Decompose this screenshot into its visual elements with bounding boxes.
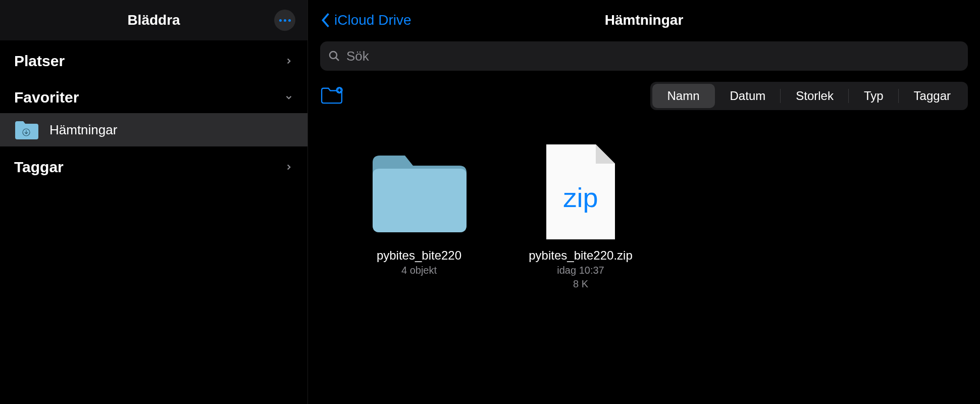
file-name: pybites_bite220.zip (529, 248, 632, 263)
more-dots-icon (288, 19, 291, 22)
search-bar[interactable] (320, 41, 968, 71)
chevron-left-icon (320, 12, 331, 29)
chevron-right-icon (284, 57, 293, 66)
zip-file-item[interactable]: zip pybites_bite220.zip idag 10:37 8 K (520, 141, 641, 290)
page-title: Hämtningar (605, 12, 684, 28)
folder-icon (369, 141, 470, 242)
svg-point-1 (330, 52, 337, 59)
svg-text:zip: zip (563, 182, 598, 213)
file-name: pybites_bite220 (377, 248, 461, 263)
back-button[interactable]: iCloud Drive (320, 12, 411, 29)
downloads-folder-icon (14, 120, 38, 139)
section-favorites[interactable]: Favoriter (0, 77, 307, 113)
section-places[interactable]: Platser (0, 40, 307, 77)
sort-tab-date[interactable]: Datum (715, 84, 781, 108)
items-grid: pybites_bite220 4 objekt zip pybites_bit… (308, 121, 980, 310)
sidebar-header: Bläddra (0, 0, 307, 40)
back-label: iCloud Drive (334, 12, 411, 28)
file-meta: idag 10:37 (557, 265, 604, 276)
folder-item[interactable]: pybites_bite220 4 objekt (358, 141, 480, 290)
new-folder-button[interactable] (320, 86, 343, 106)
svg-line-2 (336, 58, 339, 61)
search-icon (328, 50, 340, 62)
sidebar-title: Bläddra (127, 12, 180, 28)
sort-tab-name[interactable]: Namn (652, 84, 715, 108)
sort-tab-tags[interactable]: Taggar (899, 84, 966, 108)
sort-tab-size[interactable]: Storlek (781, 84, 849, 108)
section-places-label: Platser (14, 53, 65, 70)
section-favorites-label: Favoriter (14, 89, 79, 106)
chevron-down-icon (284, 93, 293, 102)
search-input[interactable] (346, 48, 960, 64)
new-folder-icon (320, 86, 343, 104)
more-dots-icon (279, 19, 282, 22)
file-meta: 4 objekt (401, 265, 437, 276)
main-header: iCloud Drive Hämtningar (308, 0, 980, 40)
section-tags-label: Taggar (14, 159, 64, 176)
sort-segment: Namn Datum Storlek Typ Taggar (650, 82, 968, 110)
more-button[interactable] (274, 10, 295, 31)
sidebar-item-label: Hämtningar (49, 122, 117, 138)
more-dots-icon (284, 19, 286, 22)
sidebar-item-downloads[interactable]: Hämtningar (0, 113, 307, 146)
sidebar: Bläddra Platser Favoriter Hämtningar Tag… (0, 0, 308, 404)
zip-file-icon: zip (530, 141, 631, 242)
toolbar: Namn Datum Storlek Typ Taggar (308, 71, 980, 121)
sort-tab-type[interactable]: Typ (849, 84, 899, 108)
file-meta-size: 8 K (573, 278, 588, 290)
section-tags[interactable]: Taggar (0, 146, 307, 183)
chevron-right-icon (284, 163, 293, 172)
main-panel: iCloud Drive Hämtningar Namn Datum Storl… (308, 0, 980, 404)
